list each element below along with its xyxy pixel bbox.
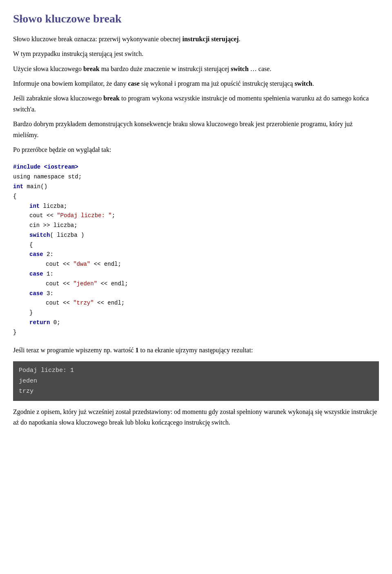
p4-bold2: switch: [294, 80, 312, 87]
code-str3: "jeden": [73, 280, 97, 287]
code-line-15: cout << "trzy" << endl;: [13, 298, 379, 308]
code-endl3: << endl;: [94, 300, 125, 306]
p4-bold1: case: [128, 80, 140, 87]
code-line-5: int liczba;: [13, 202, 379, 211]
code-line-16: }: [13, 308, 379, 318]
terminal-block: Podaj liczbe: 1 jeden trzy: [13, 361, 379, 401]
code-cout3: cout <<: [46, 280, 73, 287]
paragraph-7: Po przeróbce będzie on wyglądał tak:: [13, 145, 379, 155]
code-line-18: }: [13, 328, 379, 338]
p3-mid: ma bardzo duże znaczenie w instrukcji st…: [100, 65, 231, 72]
p3-bold1: break: [83, 65, 100, 72]
code-line-11: cout << "dwa" << endl;: [13, 260, 379, 269]
code-int-kw2: int: [29, 203, 40, 209]
code-case3-rest: 3:: [43, 290, 53, 297]
code-line-8: switch( liczba ): [13, 231, 379, 240]
after-code-paragraph: Jeśli teraz w programie wpiszemy np. war…: [13, 345, 379, 356]
p1-text: Słowo kluczowe break oznacza: przerwij w…: [13, 36, 183, 42]
code-line-9: {: [13, 240, 379, 250]
code-line-7: cin >> liczba;: [13, 221, 379, 231]
paragraph-1: Słowo kluczowe break oznacza: przerwij w…: [13, 34, 379, 44]
page-title: Słowo kluczowe break: [13, 10, 379, 28]
code-end1: ;: [112, 212, 115, 219]
p5-bold: break: [103, 95, 120, 102]
code-case1-rest: 2:: [43, 251, 53, 258]
paragraph-4: Informuje ona bowiem kompilator, że dany…: [13, 78, 379, 89]
code-line-17: return 0;: [13, 318, 379, 328]
p1-bold: instrukcji sterującej: [183, 36, 239, 42]
code-cout2: cout <<: [46, 261, 73, 267]
code-str2: "dwa": [73, 261, 90, 267]
code-main: main(): [23, 183, 47, 190]
p3-bold2: switch: [231, 65, 249, 72]
code-line-10: case 2:: [13, 250, 379, 260]
p3-end: … case.: [249, 65, 272, 72]
code-liczba-decl: liczba;: [40, 203, 67, 209]
after-code-end: to na ekranie ujrzymy następujący rezult…: [138, 347, 253, 354]
final-paragraph: Zgodnie z opisem, który już wcześniej zo…: [13, 407, 379, 428]
code-line-12: case 1:: [13, 269, 379, 279]
paragraph-2: W tym przypadku instrukcją sterującą jes…: [13, 49, 379, 59]
code-switch-kw: switch: [29, 232, 50, 238]
code-line-3: int main(): [13, 182, 379, 192]
terminal-line-1: Podaj liczbe: 1: [19, 365, 373, 376]
paragraph-3: Użycie słowa kluczowego break ma bardzo …: [13, 64, 379, 74]
code-block: #include <iostream> using namespace std;…: [13, 162, 379, 337]
paragraph-6: Bardzo dobrym przykładem demonstrujących…: [13, 119, 379, 140]
code-line-4: {: [13, 192, 379, 202]
code-switch-rest: ( liczba ): [50, 232, 84, 238]
p4-start: Informuje ona bowiem kompilator, że dany: [13, 80, 128, 87]
code-cout4: cout <<: [46, 300, 73, 306]
code-case2-rest: 1:: [43, 271, 53, 277]
p3-start: Użycie słowa kluczowego: [13, 65, 83, 72]
p4-end: .: [312, 80, 314, 87]
code-line-2: using namespace std;: [13, 172, 379, 182]
code-line-14: case 3:: [13, 289, 379, 299]
code-line-13: cout << "jeden" << endl;: [13, 279, 379, 289]
code-line-6: cout << "Podaj liczbe: ";: [13, 211, 379, 221]
code-return-kw: return: [29, 319, 50, 326]
code-str4: "trzy": [73, 300, 94, 306]
code-line-1: #include <iostream>: [13, 162, 379, 172]
code-endl1: << endl;: [90, 261, 121, 267]
paragraph-5: Jeśli zabraknie słowa kluczowego break t…: [13, 93, 379, 115]
terminal-line-3: trzy: [19, 386, 373, 397]
p5-start: Jeśli zabraknie słowa kluczowego: [13, 95, 103, 102]
code-case1-kw: case: [29, 251, 43, 258]
after-code-start: Jeśli teraz w programie wpiszemy np. war…: [13, 347, 135, 354]
code-return-rest: 0;: [50, 319, 60, 326]
code-int-kw: int: [13, 183, 23, 190]
code-case3-kw: case: [29, 290, 43, 297]
p1-end: .: [239, 36, 241, 42]
terminal-line-2: jeden: [19, 376, 373, 387]
p4-mid: się wykonał i program ma już opuścić ins…: [140, 80, 294, 87]
code-endl2: << endl;: [97, 280, 128, 287]
code-str1: "Podaj liczbe: ": [57, 212, 111, 219]
code-cout1: cout <<: [29, 212, 57, 219]
code-case2-kw: case: [29, 271, 43, 277]
